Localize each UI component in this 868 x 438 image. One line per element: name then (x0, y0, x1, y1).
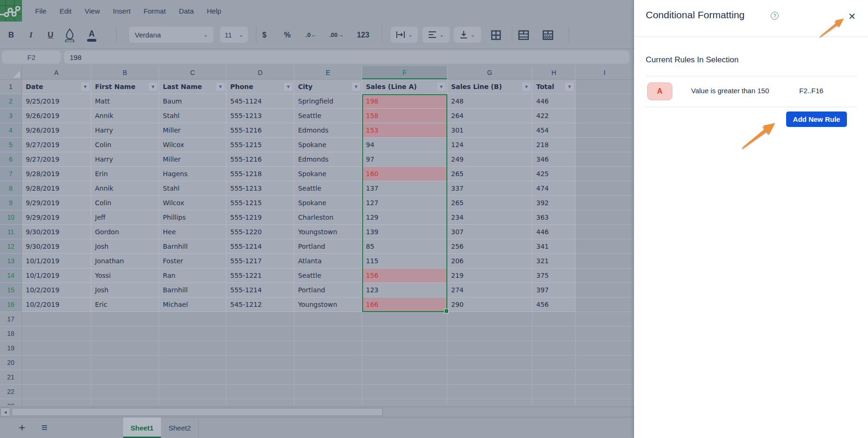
cell-E8[interactable]: Seattle (294, 181, 362, 196)
cell-C14[interactable]: Ran (159, 268, 226, 283)
cell-A13[interactable]: 10/1/2019 (22, 254, 91, 268)
help-icon[interactable]: ? (771, 12, 779, 20)
scrollbar-thumb[interactable] (12, 408, 383, 416)
cell-C8[interactable]: Stahl (159, 181, 226, 196)
row-header-17[interactable]: 17 (0, 312, 22, 327)
cell-B7[interactable]: Erin (91, 167, 159, 181)
cell-H8[interactable]: 474 (532, 181, 576, 196)
cell-A14[interactable]: 10/1/2019 (22, 268, 91, 283)
cell-I9[interactable] (576, 196, 634, 210)
column-header-G[interactable]: G (447, 66, 532, 80)
cell-A15[interactable]: 10/2/2019 (22, 283, 91, 297)
font-size-dropdown[interactable]: 11 ⌄ (220, 27, 248, 43)
cell-H3[interactable]: 422 (532, 109, 576, 123)
cell-D20[interactable] (226, 356, 294, 370)
cell-D21[interactable] (226, 370, 294, 385)
cell-G6[interactable]: 249 (447, 152, 532, 167)
cell-E7[interactable]: Spokane (294, 167, 362, 181)
cell-C3[interactable]: Stahl (159, 109, 226, 123)
decrease-decimal-button[interactable]: .0← (302, 22, 320, 48)
column-header-E[interactable]: E (294, 66, 362, 80)
cell-E11[interactable]: Youngstown (294, 225, 362, 239)
cell-E2[interactable]: Springfield (294, 94, 362, 109)
text-color-button[interactable]: A (83, 22, 100, 48)
cell-E14[interactable]: Seattle (294, 268, 362, 283)
cell-D18[interactable] (226, 327, 294, 341)
increase-decimal-button[interactable]: .00→ (327, 22, 346, 48)
cell-D9[interactable]: 555-1215 (226, 196, 294, 210)
cell-F16[interactable]: 166 (362, 297, 447, 312)
cell-G17[interactable] (447, 312, 532, 327)
cell-B4[interactable]: Harry (91, 123, 159, 138)
column-header-I[interactable]: I (576, 66, 634, 80)
cell-D10[interactable]: 555-1219 (226, 210, 294, 225)
cell-B16[interactable]: Eric (91, 297, 159, 312)
row-header-4[interactable]: 4 (0, 123, 22, 138)
header-cell-sales-line-a-[interactable]: Sales (Line A)▼ (362, 80, 447, 94)
cell-G11[interactable]: 307 (447, 225, 532, 239)
cell-A11[interactable]: 9/30/2019 (22, 225, 91, 239)
cell-C18[interactable] (159, 327, 226, 341)
cell-F12[interactable]: 85 (362, 239, 447, 254)
app-logo-icon[interactable] (0, 0, 22, 22)
cell-F23[interactable] (362, 399, 447, 405)
row-header-12[interactable]: 12 (0, 239, 22, 254)
menu-insert[interactable]: Insert (113, 7, 131, 15)
text-wrap-dropdown[interactable]: ⌄ (391, 27, 418, 43)
cell-E21[interactable] (294, 370, 362, 385)
cell-D4[interactable]: 555-1216 (226, 123, 294, 138)
row-header-15[interactable]: 15 (0, 283, 22, 297)
cell-I12[interactable] (576, 239, 634, 254)
cell-H18[interactable] (532, 327, 576, 341)
cell-A8[interactable]: 9/28/2019 (22, 181, 91, 196)
filter-dropdown-icon[interactable]: ▼ (437, 82, 445, 91)
cell-B17[interactable] (91, 312, 159, 327)
cell-B5[interactable]: Colin (91, 138, 159, 152)
cell-F11[interactable]: 139 (362, 225, 447, 239)
cell-H19[interactable] (532, 341, 576, 356)
cell-I21[interactable] (576, 370, 634, 385)
cell-H20[interactable] (532, 356, 576, 370)
row-header-19[interactable]: 19 (0, 341, 22, 356)
cell-B6[interactable]: Harry (91, 152, 159, 167)
cell-G10[interactable]: 234 (447, 210, 532, 225)
cell-B19[interactable] (91, 341, 159, 356)
cell-F20[interactable] (362, 356, 447, 370)
cell-A20[interactable] (22, 356, 91, 370)
cell-G3[interactable]: 264 (447, 109, 532, 123)
cell-B2[interactable]: Matt (91, 94, 159, 109)
cell-I11[interactable] (576, 225, 634, 239)
cell-C17[interactable] (159, 312, 226, 327)
cell-E12[interactable]: Portland (294, 239, 362, 254)
cell-D2[interactable]: 545-1124 (226, 94, 294, 109)
cell-I4[interactable] (576, 123, 634, 138)
cell-G13[interactable]: 206 (447, 254, 532, 268)
percent-format-button[interactable]: % (280, 22, 295, 48)
menu-edit[interactable]: Edit (59, 7, 72, 15)
row-header-11[interactable]: 11 (0, 225, 22, 239)
row-header-10[interactable]: 10 (0, 210, 22, 225)
cell-A12[interactable]: 9/30/2019 (22, 239, 91, 254)
cell-C22[interactable] (159, 385, 226, 399)
cell-F5[interactable]: 94 (362, 138, 447, 152)
cell-A9[interactable]: 9/29/2019 (22, 196, 91, 210)
cell-C20[interactable] (159, 356, 226, 370)
menu-data[interactable]: Data (179, 7, 194, 15)
cell-A7[interactable]: 9/28/2019 (22, 167, 91, 181)
filter-dropdown-icon[interactable]: ▼ (81, 82, 89, 91)
cell-D7[interactable]: 555-1218 (226, 167, 294, 181)
cell-D16[interactable]: 545-1212 (226, 297, 294, 312)
cell-I13[interactable] (576, 254, 634, 268)
cell-A6[interactable]: 9/27/2019 (22, 152, 91, 167)
cell-C6[interactable]: Miller (159, 152, 226, 167)
cell-G21[interactable] (447, 370, 532, 385)
cell-C10[interactable]: Phillips (159, 210, 226, 225)
cell-G20[interactable] (447, 356, 532, 370)
cell-B10[interactable]: Jeff (91, 210, 159, 225)
cell-G14[interactable]: 219 (447, 268, 532, 283)
cell-H17[interactable] (532, 312, 576, 327)
cell-E23[interactable] (294, 399, 362, 405)
cell-B15[interactable]: Josh (91, 283, 159, 297)
cell-G23[interactable] (447, 399, 532, 405)
cell-I6[interactable] (576, 152, 634, 167)
